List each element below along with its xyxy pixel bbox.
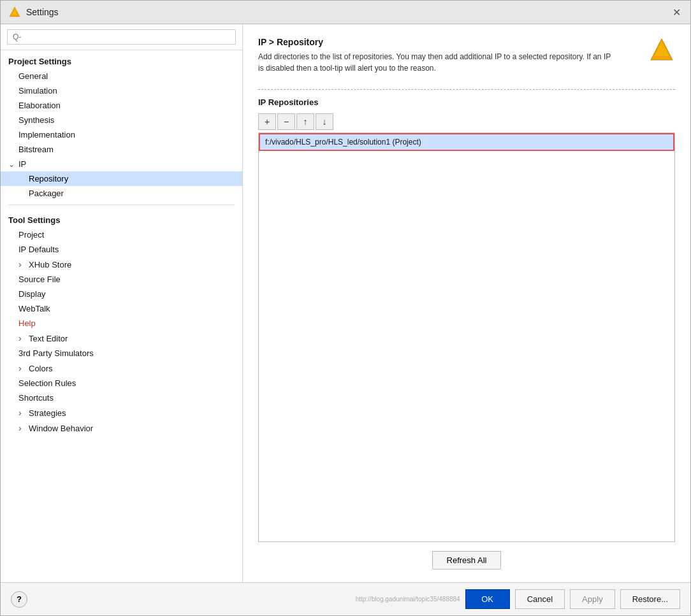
vivado-logo-icon (648, 37, 675, 64)
strategies-label: Strategies (29, 408, 66, 418)
text-editor-chevron-icon (18, 333, 26, 343)
repo-list: f:/vivado/HLS_pro/HLS_led/solution1 (Pro… (258, 133, 675, 542)
section-divider (258, 89, 675, 90)
sidebar-item-packager[interactable]: Packager (1, 186, 242, 201)
app-logo-icon (8, 6, 21, 18)
sidebar-item-implementation[interactable]: Implementation (1, 127, 242, 142)
sidebar-item-webtalk[interactable]: WebTalk (1, 301, 242, 316)
footer-left: ? (11, 591, 346, 608)
ip-repos-title: IP Repositories (258, 97, 675, 107)
move-down-button[interactable]: ↓ (316, 113, 333, 130)
sidebar-item-shortcuts[interactable]: Shortcuts (1, 390, 242, 405)
refresh-all-area: Refresh All (258, 551, 675, 569)
window-behavior-chevron-icon (18, 423, 26, 433)
project-settings-header: Project Settings (1, 50, 242, 69)
sidebar-item-help[interactable]: Help (1, 316, 242, 331)
sidebar-ip-label: IP (18, 159, 26, 169)
dialog-title: Settings (26, 7, 59, 17)
move-up-button[interactable]: ↑ (296, 113, 314, 130)
toolbar: + − ↑ ↓ (258, 113, 675, 130)
text-editor-label: Text Editor (29, 334, 68, 343)
title-bar-left: Settings (8, 6, 59, 18)
close-button[interactable]: ✕ (670, 6, 683, 18)
ok-button[interactable]: OK (465, 589, 510, 609)
sidebar-item-general[interactable]: General (1, 69, 242, 83)
help-button[interactable]: ? (11, 591, 27, 608)
panel-header: IP > Repository Add directories to the l… (258, 37, 675, 74)
colors-chevron-icon (18, 363, 26, 373)
colors-label: Colors (29, 364, 53, 373)
strategies-chevron-icon (18, 408, 26, 418)
main-panel: IP > Repository Add directories to the l… (243, 24, 690, 582)
sidebar-item-3rd-party[interactable]: 3rd Party Simulators (1, 346, 242, 361)
sidebar: Project Settings General Simulation Elab… (1, 24, 243, 582)
sidebar-group-text-editor[interactable]: Text Editor (1, 331, 242, 346)
sidebar-item-source-file[interactable]: Source File (1, 272, 242, 287)
sidebar-group-strategies[interactable]: Strategies (1, 405, 242, 420)
sidebar-item-project[interactable]: Project (1, 227, 242, 242)
sidebar-group-xhub[interactable]: XHub Store (1, 257, 242, 272)
sidebar-item-selection-rules[interactable]: Selection Rules (1, 376, 242, 390)
watermark: http://blog.gadunimai/topic35/488884 (356, 596, 460, 603)
search-box (1, 24, 242, 50)
sidebar-group-ip[interactable]: IP (1, 157, 242, 171)
tool-settings-header: Tool Settings (1, 209, 242, 227)
sidebar-item-synthesis[interactable]: Synthesis (1, 113, 242, 127)
sidebar-item-bitstream[interactable]: Bitstream (1, 142, 242, 157)
sidebar-item-ip-defaults[interactable]: IP Defaults (1, 242, 242, 257)
ip-chevron-icon (8, 160, 16, 169)
sidebar-group-colors[interactable]: Colors (1, 361, 242, 376)
content-area: Project Settings General Simulation Elab… (1, 24, 690, 582)
refresh-all-button[interactable]: Refresh All (432, 551, 502, 569)
sidebar-item-display[interactable]: Display (1, 287, 242, 301)
title-bar: Settings ✕ (1, 1, 690, 24)
search-input[interactable] (7, 29, 236, 45)
panel-description: Add directories to the list of repositor… (258, 51, 615, 74)
sidebar-item-simulation[interactable]: Simulation (1, 83, 242, 98)
panel-header-text: IP > Repository Add directories to the l… (258, 37, 615, 74)
window-behavior-label: Window Behavior (29, 424, 93, 433)
settings-dialog: Settings ✕ Project Settings General Simu… (0, 0, 691, 616)
panel-title: IP > Repository (258, 37, 615, 47)
ip-children: Repository Packager (1, 171, 242, 201)
add-repo-button[interactable]: + (258, 113, 276, 130)
restore-button[interactable]: Restore... (620, 589, 680, 609)
sidebar-item-repository[interactable]: Repository (1, 171, 242, 186)
dialog-footer: ? http://blog.gadunimai/topic35/488884 O… (1, 582, 690, 615)
sidebar-divider (8, 204, 235, 205)
xhub-label: XHub Store (29, 260, 71, 269)
cancel-button[interactable]: Cancel (515, 589, 565, 609)
remove-repo-button[interactable]: − (277, 113, 295, 130)
xhub-chevron-icon (18, 259, 26, 269)
sidebar-item-elaboration[interactable]: Elaboration (1, 98, 242, 113)
repo-item[interactable]: f:/vivado/HLS_pro/HLS_led/solution1 (Pro… (259, 133, 674, 151)
sidebar-group-window-behavior[interactable]: Window Behavior (1, 420, 242, 436)
apply-button[interactable]: Apply (570, 589, 615, 609)
